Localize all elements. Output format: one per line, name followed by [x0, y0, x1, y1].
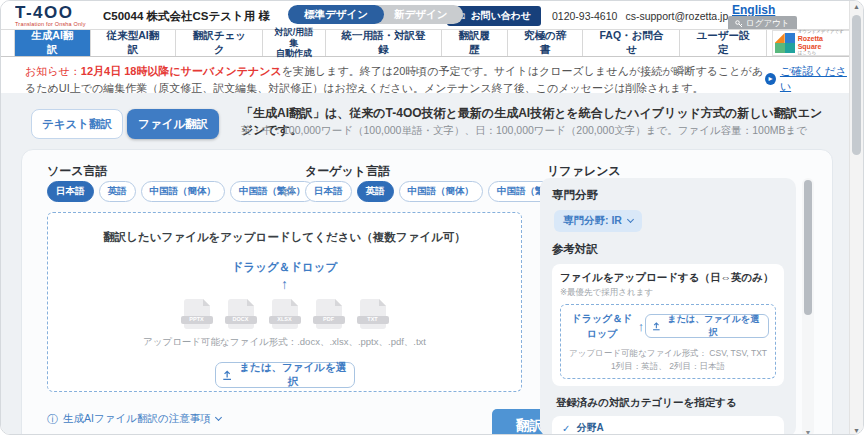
upload-icon — [222, 370, 232, 381]
select-file-label: または、ファイルを選択 — [238, 361, 348, 389]
pptx-file-icon: PPTX — [184, 299, 210, 329]
swap-languages-icon[interactable]: ⇄ — [282, 183, 295, 198]
info-icon: ⓘ — [47, 414, 58, 425]
upload-arrow-icon: ↑ — [48, 277, 521, 291]
notice-label: お知らせ： — [25, 65, 81, 77]
reference-card: 専門分野 専門分野: IR 参考対訳 ファイルをアップロードする（日⇔英のみ） … — [540, 178, 796, 435]
source-lang-english[interactable]: 英語 — [99, 181, 136, 202]
key-icon — [735, 20, 743, 28]
main-area: テキスト翻訳 ファイル翻訳 「生成AI翻訳」は、従来のT-4OO技術と最新の生成… — [1, 93, 851, 435]
chevron-down-icon — [215, 414, 222, 421]
tab-term-registration[interactable]: 統一用語・対訳登録 — [326, 30, 442, 56]
ref-select-file-button[interactable]: または、ファイルを選択 — [645, 314, 769, 338]
translate-panel: ソース言語 ターゲット言語 日本語 英語 中国語（簡体） 中国語（繁体） ⇄ 日… — [21, 149, 833, 435]
notice-highlight: 12月4日 18時以降にサーバメンテナンス — [81, 65, 282, 77]
category-item[interactable]: ✓ 分野A — [562, 422, 774, 435]
confirm-link[interactable]: ▸ ご確認ください — [765, 64, 851, 94]
circle-arrow-icon: ▸ — [765, 73, 776, 85]
target-lang-chinese-simplified[interactable]: 中国語（簡体） — [399, 181, 484, 202]
dropzone-title: 翻訳したいファイルをアップロードしてください（複数ファイル可） — [48, 230, 521, 245]
tab-user-settings[interactable]: ユーザー設定 — [680, 30, 766, 56]
chevron-down-icon — [627, 216, 634, 223]
logo-title: T-4OO — [15, 5, 86, 21]
ref-formats-note: アップロード可能なファイル形式： CSV, TSV, TXT 1列目：英語、 2… — [565, 347, 771, 373]
domain-chip-label: 専門分野: IR — [563, 214, 622, 228]
new-design-button[interactable]: 新デザイン — [374, 5, 463, 24]
banner-line3: はこちら — [798, 51, 846, 56]
t4oo-logo: T-4OO Translation for Onsha Only — [15, 4, 86, 28]
contact-info: 0120-93-4610 cs-support@rozetta.jp — [552, 10, 728, 22]
app-window: T-4OO Translation for Onsha Only C50044 … — [0, 0, 864, 435]
tab-faq-contact[interactable]: FAQ・お問合せ — [583, 30, 680, 56]
phone-number: 0120-93-4610 — [552, 10, 617, 22]
design-toggle: 標準デザイン 新デザイン — [288, 5, 463, 24]
category-section-title: 登録済みの対訳カテゴリーを指定する — [552, 396, 784, 410]
check-icon: ✓ — [562, 423, 570, 434]
tab-genai-translate[interactable]: 生成AI翻訳 — [14, 30, 91, 56]
source-lang-chinese-simplified[interactable]: 中国語（簡体） — [141, 181, 226, 202]
upload-icon — [652, 322, 661, 331]
target-language-chips: 日本語 英語 中国語（簡体） 中国語（繁体） — [305, 181, 573, 202]
source-language-label: ソース言語 — [47, 163, 108, 180]
file-dropzone[interactable]: 翻訳したいファイルをアップロードしてください（複数ファイル可） ドラッグ＆ドロッ… — [47, 212, 522, 392]
reference-scrollbar-thumb[interactable] — [804, 180, 812, 315]
page-scrollbar[interactable]: ▲ ▼ — [849, 1, 863, 435]
target-lang-english[interactable]: 英語 — [357, 181, 394, 202]
pdf-file-icon: PDF — [316, 299, 342, 329]
confirm-link-label: ご確認ください — [780, 64, 851, 94]
genai-notes-link[interactable]: ⓘ 生成AIファイル翻訳の注意事項 — [47, 412, 221, 426]
reference-scrollbar[interactable]: ▼ — [802, 178, 814, 435]
allowed-formats-note: アップロード可能なファイル形式：.docx、.xlsx、.pptx、.pdf、.… — [48, 336, 521, 349]
target-lang-japanese[interactable]: 日本語 — [305, 181, 352, 202]
maintenance-notice: お知らせ：12月4日 18時以降にサーバメンテナンスを実施します。終了は20時頃… — [1, 58, 851, 93]
tab-ultimate-dictionary[interactable]: 究極の辞書 — [508, 30, 584, 56]
target-language-label: ターゲット言語 — [305, 163, 390, 180]
xlsx-file-icon: XLSX — [272, 299, 298, 329]
support-email: cs-support@rozetta.jp — [625, 10, 728, 22]
page-scrollbar-thumb[interactable] — [852, 15, 861, 155]
engine-limits: 英・中：100,000ワード（100,000単語・文字）、日：100,000ワー… — [241, 124, 831, 138]
select-file-button[interactable]: または、ファイルを選択 — [215, 362, 355, 388]
ref-upload-note: ※最優先で採用されます — [560, 287, 776, 299]
tab-translation-check[interactable]: 翻訳チェック — [176, 30, 263, 56]
rozetta-square-banner[interactable]: オウンドメディアです Rozetta Square はこちら — [772, 30, 851, 56]
text-translate-tab[interactable]: テキスト翻訳 — [31, 109, 123, 139]
reference-pairs-label: 参考対訳 — [552, 242, 784, 257]
ref-select-file-label: または、ファイルを選択 — [665, 313, 762, 339]
file-type-icons: PPTX DOCX XLSX PDF TXT — [48, 299, 521, 329]
ref-drag-drop-label: ドラッグ＆ドロップ — [567, 311, 637, 341]
rozetta-squares-icon — [775, 33, 795, 53]
scroll-down-icon[interactable]: ▼ — [802, 429, 814, 435]
banner-line2: Rozetta Square — [798, 35, 846, 50]
drag-drop-label: ドラッグ＆ドロップ — [48, 260, 521, 275]
standard-design-button[interactable]: 標準デザイン — [288, 5, 384, 24]
tab-translation-history[interactable]: 翻訳履歴 — [442, 30, 508, 56]
file-translate-tab[interactable]: ファイル翻訳 — [127, 109, 219, 139]
source-lang-chinese-traditional[interactable]: 中国語（繁体） — [230, 181, 315, 202]
txt-file-icon: TXT — [360, 299, 386, 329]
genai-notes-label: 生成AIファイル翻訳の注意事項 — [63, 412, 211, 426]
ref-upload-arrow-icon: ↑ — [638, 319, 645, 334]
domain-label: 専門分野 — [552, 188, 784, 203]
account-name: C50044 株式会社CSテスト用 様 — [103, 9, 270, 24]
ref-upload-title: ファイルをアップロードする（日⇔英のみ） — [560, 271, 776, 285]
notice-text: お知らせ：12月4日 18時以降にサーバメンテナンスを実施します。終了は20時頃… — [25, 63, 763, 96]
domain-select-chip[interactable]: 専門分野: IR — [554, 210, 642, 232]
docx-file-icon: DOCX — [228, 299, 254, 329]
category-list-card: ✓ 分野A ✓ 分野B ✓ 分野C ✓ 1 変更 — [552, 416, 784, 435]
scroll-up-icon[interactable]: ▲ — [850, 3, 863, 10]
scroll-down-icon[interactable]: ▼ — [850, 427, 863, 434]
reference-dropzone[interactable]: ドラッグ＆ドロップ ↑ または、ファイルを選択 アップロード可能なファイル形式：… — [560, 304, 776, 379]
top-bar: T-4OO Translation for Onsha Only C50044 … — [1, 1, 851, 29]
reference-upload-card: ファイルをアップロードする（日⇔英のみ） ※最優先で採用されます ドラッグ＆ドロ… — [552, 264, 784, 386]
main-nav: 生成AI翻訳 従来型AI翻訳 翻訳チェック 対訳/用語集 自動作成 統一用語・対… — [1, 29, 851, 57]
english-link[interactable]: English — [732, 3, 775, 17]
tab-glossary-autocreate[interactable]: 対訳/用語集 自動作成 — [263, 30, 326, 56]
source-lang-japanese[interactable]: 日本語 — [47, 181, 94, 202]
logo-tagline: Translation for Onsha Only — [15, 22, 86, 28]
tab-legacy-ai-translate[interactable]: 従来型AI翻訳 — [91, 30, 177, 56]
source-language-chips: 日本語 英語 中国語（簡体） 中国語（繁体） — [47, 181, 315, 202]
contact-button-label: お問い合わせ — [470, 9, 531, 23]
